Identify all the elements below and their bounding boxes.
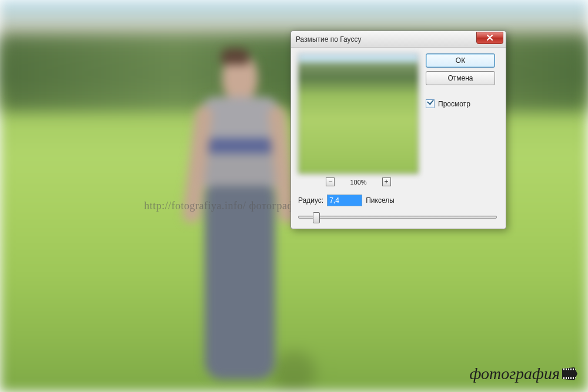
zoom-value: 100% bbox=[350, 179, 366, 186]
cancel-button[interactable]: Отмена bbox=[426, 71, 495, 85]
radius-unit: Пикселы bbox=[366, 196, 395, 205]
preview-checkbox[interactable] bbox=[426, 99, 435, 108]
preview-area: − 100% + ОК Отмена Просмотр bbox=[298, 53, 499, 186]
zoom-out-button[interactable]: − bbox=[326, 177, 335, 186]
radius-label: Радиус: bbox=[298, 196, 323, 205]
watermark-logo: фотография bbox=[469, 364, 577, 383]
zoom-controls: − 100% + bbox=[298, 177, 419, 186]
dialog-body: − 100% + ОК Отмена Просмотр Радиус: Пикс… bbox=[291, 48, 506, 229]
minus-icon: − bbox=[328, 179, 332, 184]
film-icon bbox=[562, 367, 577, 380]
slider-thumb[interactable] bbox=[313, 212, 320, 223]
close-icon bbox=[487, 35, 493, 41]
preview-image[interactable] bbox=[298, 53, 419, 174]
side-controls: ОК Отмена Просмотр bbox=[426, 53, 495, 108]
plus-icon: + bbox=[385, 179, 389, 184]
ok-button[interactable]: ОК bbox=[426, 53, 495, 68]
zoom-in-button[interactable]: + bbox=[382, 177, 391, 186]
preview-checkbox-label: Просмотр bbox=[438, 100, 470, 108]
gaussian-blur-dialog: Размытие по Гауссу − 100% + ОК Отмена Пр… bbox=[290, 31, 506, 229]
dialog-title: Размытие по Гауссу bbox=[296, 35, 476, 43]
radius-input[interactable] bbox=[327, 195, 362, 206]
dialog-titlebar[interactable]: Размытие по Гауссу bbox=[291, 31, 506, 48]
slider-track bbox=[298, 216, 497, 219]
radius-row: Радиус: Пикселы bbox=[298, 195, 499, 206]
background-person bbox=[187, 53, 293, 382]
watermark-logo-text: фотография bbox=[469, 364, 560, 383]
close-button[interactable] bbox=[476, 32, 503, 44]
preview-checkbox-row: Просмотр bbox=[426, 99, 495, 108]
radius-slider[interactable] bbox=[298, 211, 497, 222]
